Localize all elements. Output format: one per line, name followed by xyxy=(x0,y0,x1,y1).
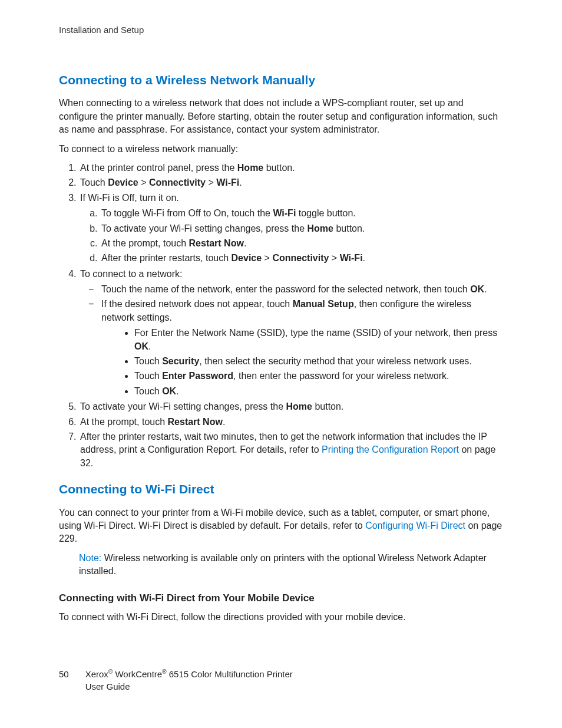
footer-product: Xerox® WorkCentre® 6515 Color Multifunct… xyxy=(85,668,293,693)
page-number: 50 xyxy=(59,668,69,693)
body-text: To connect to a wireless network manuall… xyxy=(59,143,503,156)
sub-ordered-list: To toggle Wi-Fi from Off to On, touch th… xyxy=(80,207,503,265)
link-configure-wifidirect[interactable]: Configuring Wi-Fi Direct xyxy=(365,521,465,531)
list-item: Touch Security, then select the security… xyxy=(134,355,503,368)
section-heading-wifidirect: Connecting to Wi-Fi Direct xyxy=(59,480,503,498)
body-text: You can connect to your printer from a W… xyxy=(59,506,503,546)
list-item: After the printer restarts, touch Device… xyxy=(100,252,503,265)
list-item: Touch Enter Password, then enter the pas… xyxy=(134,370,503,383)
list-item: To connect to a network: Touch the name … xyxy=(79,268,503,398)
list-item: At the prompt, touch Restart Now. xyxy=(79,416,503,429)
list-item: Touch OK. xyxy=(134,385,503,398)
list-item: Touch Device > Connectivity > Wi-Fi. xyxy=(79,176,503,189)
ordered-list: At the printer control panel, press the … xyxy=(59,162,503,470)
list-item: At the printer control panel, press the … xyxy=(79,162,503,174)
list-item: To activate your Wi-Fi setting changes, … xyxy=(100,222,503,235)
page-container: Installation and Setup Connecting to a W… xyxy=(0,0,562,728)
list-item: To activate your Wi-Fi setting changes, … xyxy=(79,400,503,413)
body-text: When connecting to a wireless network th… xyxy=(59,97,503,136)
link-config-report[interactable]: Printing the Configuration Report xyxy=(322,444,459,454)
subsection-heading-mobile: Connecting with Wi-Fi Direct from Your M… xyxy=(59,591,503,605)
sub-dash-list: Touch the name of the network, enter the… xyxy=(80,283,503,398)
sub-bullet-list: For Enter the Network Name (SSID), type … xyxy=(101,327,503,398)
note-label: Note: xyxy=(79,553,101,563)
list-item: To toggle Wi-Fi from Off to On, touch th… xyxy=(100,207,503,220)
body-text: To connect with Wi-Fi Direct, follow the… xyxy=(59,611,503,624)
section-heading-manual: Connecting to a Wireless Network Manuall… xyxy=(59,71,503,88)
list-item: At the prompt, touch Restart Now. xyxy=(100,237,503,250)
list-item: After the printer restarts, wait two min… xyxy=(79,430,503,470)
note-block: Note: Wireless networking is available o… xyxy=(79,552,503,578)
list-item: For Enter the Network Name (SSID), type … xyxy=(134,327,503,353)
list-item: If Wi-Fi is Off, turn it on. To toggle W… xyxy=(79,192,503,265)
list-item: Touch the name of the network, enter the… xyxy=(100,283,503,296)
page-footer: 50 Xerox® WorkCentre® 6515 Color Multifu… xyxy=(59,668,293,693)
list-item: If the desired network does not appear, … xyxy=(100,298,503,398)
page-header: Installation and Setup xyxy=(59,24,503,36)
